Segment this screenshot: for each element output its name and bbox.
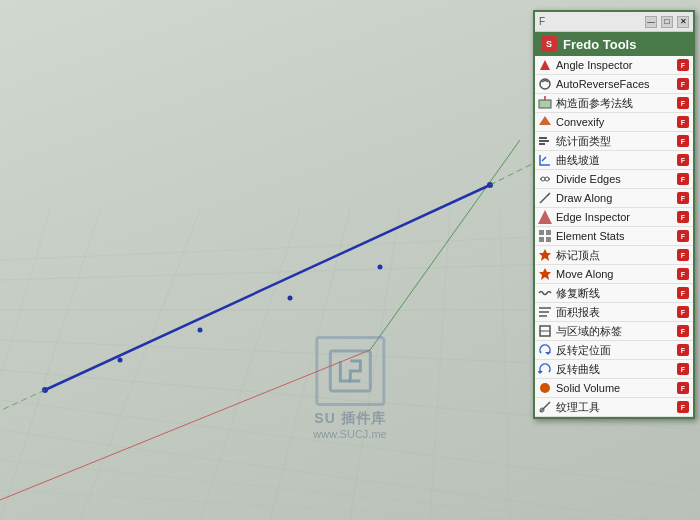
construct-refplane-label: 构造面参考法线 [556, 96, 675, 111]
minimize-button[interactable]: — [645, 16, 657, 28]
svg-line-17 [370, 140, 520, 350]
svg-line-9 [0, 210, 100, 520]
panel-header: S Fredo Tools [535, 32, 693, 56]
svg-line-11 [200, 210, 300, 520]
texture-tool-badge: F [675, 400, 691, 414]
menu-item-curve-channel[interactable]: 曲线坡道 F [535, 151, 693, 170]
svg-rect-64 [546, 237, 551, 242]
menu-item-solid-volume[interactable]: Solid Volume F [535, 379, 693, 398]
move-along-icon [537, 266, 553, 282]
menu-item-reverse-curve[interactable]: 反转曲线 F [535, 360, 693, 379]
edge-inspector-badge: F [675, 210, 691, 224]
menu-item-draw-along[interactable]: Draw Along F [535, 189, 693, 208]
angle-inspector-badge: F [675, 58, 691, 72]
svg-text:F: F [681, 347, 686, 354]
autoreverse-faces-label: AutoReverseFaces [556, 78, 675, 90]
panel-title: Fredo Tools [563, 37, 636, 52]
menu-item-reverse-pos[interactable]: 反转定位面 F [535, 341, 693, 360]
fredo-tools-panel: F — □ ✕ S Fredo Tools Angle Inspector F … [533, 10, 695, 419]
svg-text:F: F [681, 195, 686, 202]
svg-marker-67 [539, 249, 551, 261]
svg-text:F: F [681, 119, 686, 126]
autoreverse-faces-badge: F [675, 77, 691, 91]
svg-line-6 [0, 490, 510, 520]
titlebar-controls: — □ ✕ [645, 16, 689, 28]
draw-along-icon [537, 190, 553, 206]
panel-titlebar: F — □ ✕ [535, 12, 693, 32]
convexify-label: Convexify [556, 116, 675, 128]
reverse-curve-badge: F [675, 362, 691, 376]
svg-marker-70 [539, 268, 551, 280]
svg-marker-29 [540, 60, 550, 70]
count-types-icon [537, 133, 553, 149]
menu-item-texture-tool[interactable]: 纹理工具 F [535, 398, 693, 417]
svg-rect-44 [539, 143, 545, 145]
svg-rect-63 [539, 237, 544, 242]
svg-text:F: F [681, 366, 686, 373]
solid-volume-badge: F [675, 381, 691, 395]
svg-marker-39 [539, 116, 551, 125]
menu-item-edge-inspector[interactable]: Edge Inspector F [535, 208, 693, 227]
mark-vertex-badge: F [675, 248, 691, 262]
edge-inspector-icon [537, 209, 553, 225]
menu-item-construct-refplane[interactable]: 构造面参考法线 F [535, 94, 693, 113]
svg-point-51 [545, 177, 549, 181]
maximize-button[interactable]: □ [661, 16, 673, 28]
menu-item-region-tag[interactable]: 与区域的标签 F [535, 322, 693, 341]
repair-break-badge: F [675, 286, 691, 300]
svg-rect-43 [539, 140, 549, 142]
construct-refplane-icon [537, 95, 553, 111]
svg-text:F: F [681, 81, 686, 88]
reverse-pos-badge: F [675, 343, 691, 357]
svg-line-93 [540, 402, 550, 412]
convexify-badge: F [675, 115, 691, 129]
move-along-label: Move Along [556, 268, 675, 280]
svg-line-15 [500, 210, 510, 520]
close-button[interactable]: ✕ [677, 16, 689, 28]
reverse-curve-icon [537, 361, 553, 377]
curve-channel-badge: F [675, 153, 691, 167]
svg-rect-42 [539, 137, 547, 139]
area-report-label: 面积报表 [556, 305, 675, 320]
menu-item-repair-break[interactable]: 修复断线 F [535, 284, 693, 303]
svg-line-19 [45, 185, 490, 390]
draw-along-label: Draw Along [556, 192, 675, 204]
element-stats-icon [537, 228, 553, 244]
menu-item-element-stats[interactable]: Element Stats F [535, 227, 693, 246]
curve-channel-icon [537, 152, 553, 168]
solid-volume-label: Solid Volume [556, 382, 675, 394]
menu-item-divide-edges[interactable]: Divide Edges F [535, 170, 693, 189]
watermark-logo [315, 336, 385, 406]
watermark-url: www.SUCJ.me [313, 428, 386, 440]
svg-marker-58 [538, 210, 552, 224]
reverse-curve-label: 反转曲线 [556, 362, 675, 377]
menu-item-convexify[interactable]: Convexify F [535, 113, 693, 132]
menu-item-autoreverse-faces[interactable]: AutoReverseFaces F [535, 75, 693, 94]
svg-rect-61 [539, 230, 544, 235]
svg-line-16 [0, 210, 50, 380]
count-types-label: 统计面类型 [556, 134, 675, 149]
menu-item-area-report[interactable]: 面积报表 F [535, 303, 693, 322]
menu-item-mark-vertex[interactable]: 标记顶点 F [535, 246, 693, 265]
svg-point-22 [288, 296, 293, 301]
convexify-icon [537, 114, 553, 130]
region-tag-label: 与区域的标签 [556, 324, 675, 339]
svg-text:F: F [681, 233, 686, 240]
menu-items-list: Angle Inspector F AutoReverseFaces F 构造面… [535, 56, 693, 417]
texture-tool-icon [537, 399, 553, 415]
menu-item-count-types[interactable]: 统计面类型 F [535, 132, 693, 151]
svg-marker-87 [538, 371, 543, 374]
edge-inspector-label: Edge Inspector [556, 211, 675, 223]
repair-break-label: 修复断线 [556, 286, 675, 301]
mark-vertex-icon [537, 247, 553, 263]
svg-text:F: F [681, 328, 686, 335]
menu-item-angle-inspector[interactable]: Angle Inspector F [535, 56, 693, 75]
svg-text:F: F [681, 271, 686, 278]
count-types-badge: F [675, 134, 691, 148]
menu-item-move-along[interactable]: Move Along F [535, 265, 693, 284]
angle-inspector-label: Angle Inspector [556, 59, 675, 71]
move-along-badge: F [675, 267, 691, 281]
element-stats-label: Element Stats [556, 230, 675, 242]
autoreverse-faces-icon [537, 76, 553, 92]
fredo-logo-icon: S [541, 36, 557, 52]
